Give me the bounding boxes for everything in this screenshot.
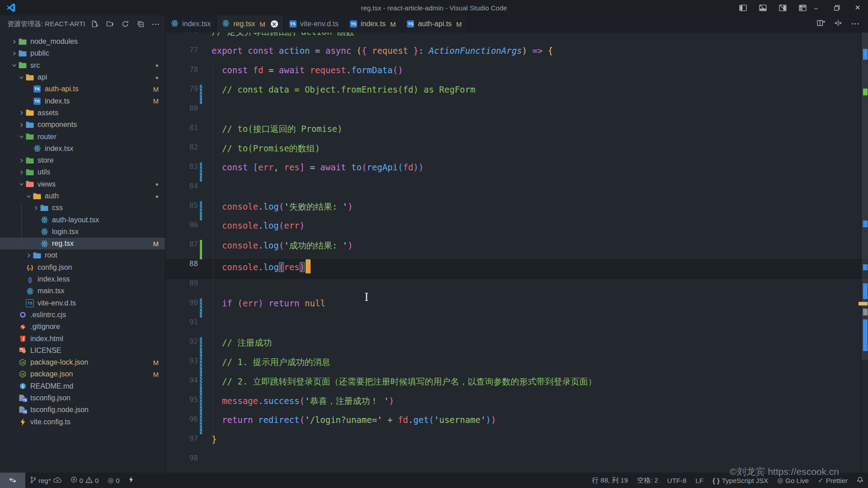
tree-item-.gitignore[interactable]: .gitignore: [0, 321, 165, 333]
code-area[interactable]: 76// 定义并导出路由的 action 函数77export const ac…: [165, 33, 868, 473]
more-actions-icon[interactable]: ···: [151, 19, 160, 28]
tab-index.ts[interactable]: TSindex.tsM: [344, 15, 402, 33]
tree-item-package.json[interactable]: JSpackage.jsonM: [0, 368, 165, 380]
code-line-77: 77export const action = async ({ request…: [165, 46, 868, 65]
gutter: [198, 240, 212, 259]
tree-item-nodemodules[interactable]: node_modules: [0, 36, 165, 47]
line-number: 92: [165, 337, 198, 357]
overview-mark: [863, 264, 868, 270]
eol[interactable]: LF: [691, 473, 708, 488]
tree-item-index.tsx[interactable]: index.tsx: [0, 143, 165, 155]
gutter: [198, 143, 212, 162]
code-token: .: [258, 240, 263, 250]
git-modified-gutter: [200, 337, 202, 357]
scrollbar[interactable]: [861, 33, 868, 473]
gutter: [198, 357, 212, 376]
code-token: [305, 65, 310, 75]
code-token: (: [279, 221, 284, 230]
refresh-icon[interactable]: [121, 19, 130, 28]
tab-index.tsx[interactable]: index.tsx: [165, 15, 217, 33]
more-actions-icon[interactable]: ···: [851, 20, 860, 28]
tree-item-label: README.md: [30, 382, 73, 390]
code-token: [: [253, 162, 258, 172]
toggle-panel-icon[interactable]: [756, 2, 769, 14]
tree-item-label: vite.config.ts: [30, 418, 71, 426]
tree-item-login.tsx[interactable]: login.tsx: [0, 226, 165, 238]
code-token: [212, 162, 222, 172]
react-icon: [222, 19, 230, 29]
cursor-position[interactable]: 行 88, 列 19: [587, 473, 632, 488]
code-token: [248, 65, 253, 75]
tree-item-config.json[interactable]: {..}config.json: [0, 262, 165, 273]
encoding[interactable]: UTF-8: [663, 473, 691, 488]
code-token: [212, 262, 222, 272]
tree-item-css[interactable]: css: [0, 202, 165, 214]
code-token: [243, 46, 248, 56]
tree-item-store[interactable]: store: [0, 155, 165, 166]
code-token: [212, 415, 222, 425]
status-left: reg*00◎0: [0, 473, 138, 488]
tree-item-utils[interactable]: utils: [0, 166, 165, 178]
tree-item-README.md[interactable]: README.md: [0, 380, 165, 392]
tree-item-index.less[interactable]: {}index.less: [0, 273, 165, 285]
code-line-94: 94 // 2. 立即跳转到登录页面（还需要把注册时候填写的用户名，以查询参数的…: [165, 376, 868, 395]
tree-item-components[interactable]: components: [0, 119, 165, 131]
tree-item-auth-api.ts[interactable]: TSauth-api.tsM: [0, 83, 165, 95]
tree-item-reg.tsx[interactable]: reg.tsxM: [0, 238, 165, 249]
tree-item-auth[interactable]: auth●: [0, 190, 165, 202]
tree-item-api[interactable]: api●: [0, 71, 165, 83]
git-branch[interactable]: reg*: [25, 473, 66, 488]
tree-item-package-lock.json[interactable]: JSpackage-lock.jsonM: [0, 357, 165, 368]
close-button[interactable]: ✕: [847, 0, 868, 15]
gutter: [198, 221, 212, 240]
tree-item-main.tsx[interactable]: main.tsx: [0, 285, 165, 297]
split-editor-icon[interactable]: [834, 19, 842, 29]
code-token: ': [481, 415, 486, 425]
tree-item-.eslintrc.cjs[interactable]: .eslintrc.cjs: [0, 309, 165, 321]
tab-reg.tsx[interactable]: reg.tsxM: [217, 15, 284, 33]
tree-item-router[interactable]: router: [0, 131, 165, 142]
close-icon[interactable]: [271, 20, 278, 28]
chevron-right-icon: [17, 158, 25, 163]
code-token: =: [305, 162, 320, 172]
tab-auth-api.ts[interactable]: TSauth-api.tsM: [401, 15, 467, 33]
tree-item-tsconfig.json[interactable]: TStsconfig.json: [0, 392, 165, 404]
problems[interactable]: 00: [66, 473, 104, 488]
tree-item-vite.config.ts[interactable]: vite.config.ts: [0, 416, 165, 428]
code-text: // 1. 提示用户成功的消息: [212, 357, 330, 376]
split-editor-plus-icon[interactable]: [817, 19, 825, 29]
tree-item-src[interactable]: src●: [0, 60, 165, 71]
code-token: ActionFunctionArgs: [429, 46, 522, 56]
notifications[interactable]: [852, 473, 868, 488]
tree-item-index.ts[interactable]: TSindex.tsM: [0, 95, 165, 107]
code-token: {: [548, 46, 553, 56]
tab-vite-env.d.ts[interactable]: TSvite-env.d.ts: [284, 15, 344, 33]
tree-item-assets[interactable]: assets: [0, 107, 165, 119]
tree-item-vite-env.d.ts[interactable]: TSvite-env.d.ts: [0, 297, 165, 309]
tree-item-tsconfig.node.json[interactable]: TStsconfig.node.json: [0, 404, 165, 416]
indentation[interactable]: 空格: 2: [632, 473, 663, 488]
code-token: log: [263, 221, 278, 230]
tree-item-LICENSE[interactable]: LICENSE: [0, 345, 165, 357]
code-token: ': [284, 202, 289, 211]
code-token: export: [212, 46, 243, 56]
thunder-client[interactable]: [124, 473, 138, 488]
ports[interactable]: ◎0: [103, 473, 124, 488]
tree-item-index.html[interactable]: index.html: [0, 333, 165, 344]
tab-label: vite-env.d.ts: [300, 20, 339, 28]
remote-indicator[interactable]: [0, 473, 25, 488]
code-token: to: [351, 162, 362, 172]
toggle-sidebar-icon[interactable]: [736, 2, 750, 14]
tree-item-public[interactable]: public: [0, 47, 165, 59]
new-folder-icon[interactable]: [105, 19, 114, 28]
new-file-icon[interactable]: [90, 19, 99, 28]
tree-item-root[interactable]: root: [0, 249, 165, 261]
chevron-right-icon: [17, 170, 25, 175]
tree-item-auth-layout.tsx[interactable]: auth-layout.tsx: [0, 214, 165, 225]
tree-item-views[interactable]: views●: [0, 178, 165, 190]
status-label: 0: [95, 477, 99, 484]
toggle-secondary-sidebar-icon[interactable]: [776, 2, 789, 14]
collapse-folders-icon[interactable]: [136, 19, 145, 28]
restore-button[interactable]: [826, 0, 847, 15]
minimize-button[interactable]: –: [806, 0, 826, 15]
